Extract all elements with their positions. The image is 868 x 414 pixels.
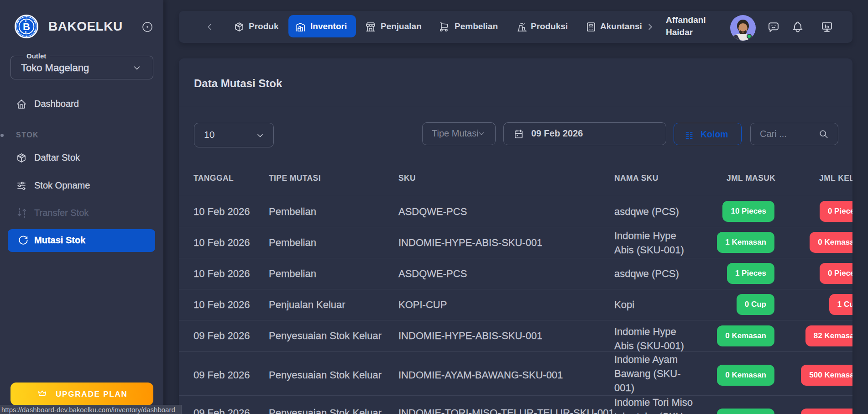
svg-text:B: B bbox=[23, 21, 30, 32]
